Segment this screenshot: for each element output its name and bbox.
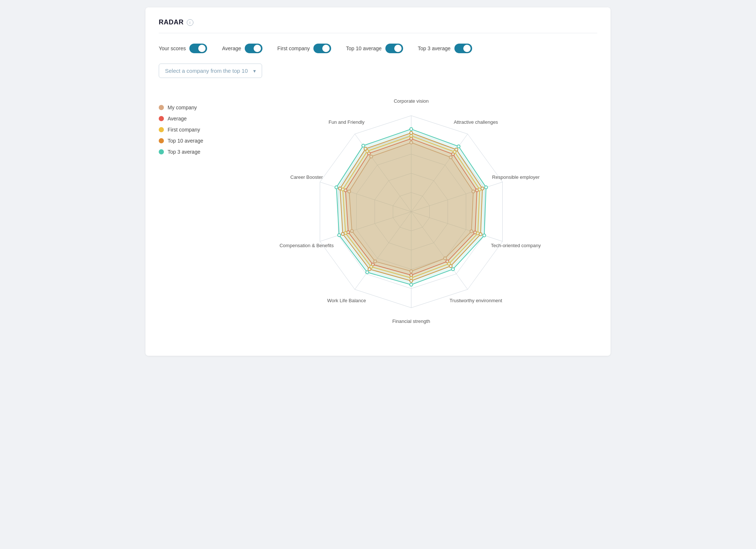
svg-text:Compensation & Benefits: Compensation & Benefits [279,243,334,248]
info-icon[interactable]: i [187,19,193,26]
toggle-label-average: Average [222,45,241,51]
toggle-label-first-company: First company [277,45,310,51]
company-select-dropdown[interactable]: Select a company from the top 10 ▾ [159,64,262,78]
legend-label: First company [168,127,200,133]
legend-dot [159,105,164,110]
toggle-group-average: Average [222,44,262,53]
svg-text:Career Booster: Career Booster [291,174,323,180]
toggle-your-scores[interactable] [189,44,207,53]
legend-dot [159,127,164,132]
toggle-label-top10-average: Top 10 average [346,45,382,51]
legend: My companyAverageFirst companyTop 10 ave… [159,105,218,155]
legend-label: Average [168,116,187,122]
svg-point-73 [483,234,486,237]
svg-text:Financial strength: Financial strength [392,318,430,324]
main-card: RADAR i Your scoresAverageFirst companyT… [145,7,611,356]
svg-point-70 [410,127,413,130]
toggle-slider-average [245,44,262,53]
toggles-row: Your scoresAverageFirst companyTop 10 av… [159,44,597,53]
toggle-slider-top10-average [385,44,403,53]
svg-text:Corporate vision: Corporate vision [394,98,429,104]
legend-label: Top 3 average [168,149,200,155]
svg-text:Trustworthy environment: Trustworthy environment [450,298,502,303]
toggle-label-top3-average: Top 3 average [418,45,451,51]
svg-text:Responsible employer: Responsible employer [492,174,540,180]
header-row: RADAR i [159,18,597,33]
toggle-group-top10-average: Top 10 average [346,44,403,53]
page-title: RADAR [159,18,184,26]
legend-item: First company [159,127,218,133]
toggle-slider-first-company [313,44,331,53]
svg-text:Tech-oriented company: Tech-oriented company [491,243,541,248]
svg-text:Attractive challenges: Attractive challenges [454,119,498,125]
svg-point-75 [410,283,413,286]
svg-point-74 [451,268,454,271]
toggle-top10-average[interactable] [385,44,403,53]
toggle-slider-top3-average [454,44,472,53]
main-content: My companyAverageFirst companyTop 10 ave… [159,90,597,341]
chevron-down-icon: ▾ [253,68,256,74]
toggle-label-your-scores: Your scores [159,45,186,51]
legend-label: Top 10 average [168,138,203,144]
toggle-group-your-scores: Your scores [159,44,207,53]
radar-chart: Corporate visionAttractive challengesRes… [278,90,544,341]
toggle-top3-average[interactable] [454,44,472,53]
legend-dot [159,149,164,154]
svg-point-79 [362,144,365,147]
svg-point-76 [366,271,369,274]
svg-point-71 [457,145,460,148]
legend-dot [159,116,164,121]
toggle-group-first-company: First company [277,44,331,53]
toggle-average[interactable] [245,44,262,53]
toggle-first-company[interactable] [313,44,331,53]
legend-item: Top 10 average [159,138,218,144]
svg-point-72 [485,186,488,189]
legend-item: Average [159,116,218,122]
legend-item: My company [159,105,218,110]
svg-point-77 [338,233,341,236]
svg-point-78 [335,186,338,189]
svg-text:Fun and Friendly: Fun and Friendly [329,119,365,125]
svg-marker-69 [336,129,486,284]
svg-text:Work Life Balance: Work Life Balance [327,298,366,303]
legend-item: Top 3 average [159,149,218,155]
toggle-slider-your-scores [189,44,207,53]
radar-container: Corporate visionAttractive challengesRes… [225,90,597,341]
toggle-group-top3-average: Top 3 average [418,44,472,53]
legend-label: My company [168,105,197,110]
dropdown-placeholder: Select a company from the top 10 [165,68,248,74]
legend-dot [159,138,164,143]
